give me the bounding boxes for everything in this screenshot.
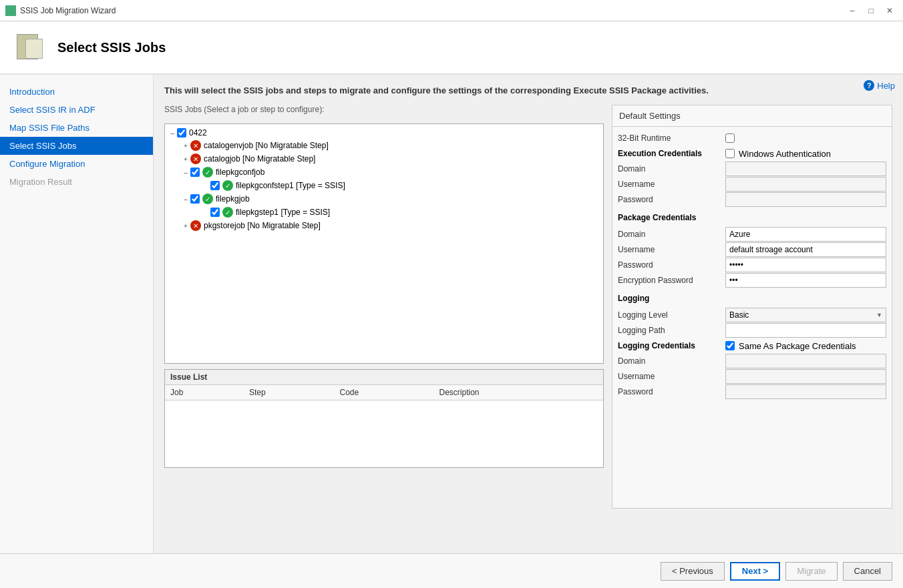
cancel-button[interactable]: Cancel (843, 562, 892, 581)
label-pkg-password: Password (618, 258, 725, 272)
label-log-password: Password (618, 384, 725, 399)
catalogenvjob-label: catalogenvjob [No Migratable Step] (204, 141, 329, 150)
filepkgconfjob-checkbox[interactable] (190, 168, 200, 177)
tree-item-catalogenvjob[interactable]: + ✕ catalogenvjob [No Migratable Step] (168, 139, 600, 152)
input-logging-path[interactable] (725, 323, 886, 338)
pkgstorejob-status: ✕ (190, 220, 201, 231)
header-icon (13, 31, 47, 64)
input-enc-password[interactable] (725, 273, 886, 288)
help-link[interactable]: ? Help (864, 80, 895, 91)
next-button[interactable]: Next > (730, 562, 780, 581)
tree-item-filepkgconfstep1[interactable]: ✓ filepkgconfstep1 [Type = SSIS] (168, 179, 600, 192)
label-log-username: Username (618, 369, 725, 384)
issue-list-header: Issue List (165, 370, 603, 385)
filepkgconfjob-expander[interactable]: – (181, 169, 190, 176)
label-domain: Domain (618, 162, 725, 176)
filepkgjob-checkbox[interactable] (190, 194, 200, 204)
input-log-domain[interactable] (725, 354, 886, 368)
filepkgconfstep1-label: filepkgconfstep1 [Type = SSIS] (236, 181, 345, 190)
checkbox-same-as-pkg[interactable] (725, 341, 735, 350)
help-icon: ? (864, 80, 874, 91)
input-domain[interactable] (725, 162, 886, 176)
input-log-password[interactable] (725, 384, 886, 399)
value-log-creds: Same As Package Credentials (725, 341, 886, 351)
filepkgjob-label: filepkgjob (216, 194, 250, 204)
catalogjob-status: ✕ (190, 154, 201, 164)
value-pkg-password (725, 258, 886, 272)
filepkgstep1-label: filepkgstep1 [Type = SSIS] (236, 208, 330, 217)
maximize-button[interactable]: □ (863, 4, 879, 17)
value-pkg-domain (725, 227, 886, 242)
col-job: Job (165, 385, 244, 400)
filepkgjob-expander[interactable]: – (181, 196, 190, 203)
titlebar: SSIS Job Migration Wizard – □ ✕ (0, 0, 903, 21)
tree-item-pkgstorejob[interactable]: + ✕ pkgstorejob [No Migratable Step] (168, 219, 600, 232)
previous-button[interactable]: < Previous (661, 562, 725, 581)
root-checkbox[interactable] (177, 128, 186, 137)
label-logging-level: Logging Level (618, 308, 725, 322)
filepkgconfstep1-status: ✓ (222, 180, 233, 191)
label-enc-password: Encryption Password (618, 273, 725, 288)
label-pkg-creds: Package Credentials (618, 210, 886, 225)
tree-item-filepkgjob[interactable]: – ✓ filepkgjob (168, 192, 600, 206)
issue-table: Job Step Code Description (165, 385, 603, 400)
filepkgconfjob-status: ✓ (202, 167, 213, 178)
filepkgstep1-status: ✓ (222, 207, 233, 218)
minimize-button[interactable]: – (844, 4, 860, 17)
input-username[interactable] (725, 177, 886, 192)
sidebar-item-result: Migration Result (0, 173, 153, 191)
checkbox-windows-auth[interactable] (725, 149, 735, 158)
filepkgconfjob-label: filepkgconfjob (216, 168, 264, 177)
sidebar-item-select-jobs[interactable]: Select SSIS Jobs (0, 137, 153, 155)
value-pkg-username (725, 242, 886, 257)
input-password[interactable] (725, 192, 886, 207)
value-exec-creds: Windows Authentication (725, 149, 886, 159)
window-controls: – □ ✕ (844, 4, 898, 17)
right-panel: Default Settings 32-Bit Runtime Executio… (612, 105, 892, 509)
migrate-button: Migrate (785, 562, 837, 581)
value-log-password (725, 384, 886, 399)
tree-item-filepkgconfjob[interactable]: – ✓ filepkgconfjob (168, 166, 600, 179)
pkgstorejob-expander[interactable]: + (181, 222, 190, 230)
sidebar-item-map-paths[interactable]: Map SSIS File Paths (0, 119, 153, 137)
input-pkg-username[interactable] (725, 242, 886, 257)
checkbox-runtime32[interactable] (725, 133, 735, 143)
settings-grid: 32-Bit Runtime Execution Credentials Win… (612, 127, 892, 403)
select-logging-level-wrapper: None Basic Verbose Custom (725, 308, 886, 322)
close-button[interactable]: ✕ (882, 4, 898, 17)
tree-item-catalogjob[interactable]: + ✕ catalogjob [No Migratable Step] (168, 152, 600, 166)
left-panel: SSIS Jobs (Select a job or step to confi… (164, 105, 604, 509)
value-enc-password (725, 273, 886, 288)
catalogenvjob-expander[interactable]: + (181, 142, 190, 150)
label-pkg-username: Username (618, 242, 725, 257)
value-username (725, 177, 886, 192)
select-logging-level[interactable]: None Basic Verbose Custom (725, 308, 886, 322)
input-pkg-domain[interactable] (725, 227, 886, 242)
main-area: Introduction Select SSIS IR in ADF Map S… (0, 75, 903, 553)
tree-box[interactable]: – 0422 + ✕ catalogenvjob [No Migratable … (164, 123, 604, 364)
tree-panel-label: SSIS Jobs (Select a job or step to confi… (164, 105, 604, 114)
main-panels: SSIS Jobs (Select a job or step to confi… (164, 105, 892, 509)
page-header: Select SSIS Jobs (0, 21, 903, 75)
label-password: Password (618, 192, 725, 207)
content-area: ? Help This will select the SSIS jobs an… (154, 75, 903, 553)
root-label: 0422 (189, 128, 207, 137)
value-logging-path (725, 323, 886, 338)
tree-item-filepkgstep1[interactable]: ✓ filepkgstep1 [Type = SSIS] (168, 206, 600, 219)
filepkgstep1-checkbox[interactable] (210, 208, 220, 217)
input-log-username[interactable] (725, 369, 886, 384)
tree-root[interactable]: – 0422 (168, 127, 600, 139)
label-log-domain: Domain (618, 354, 725, 368)
catalogjob-expander[interactable]: + (181, 156, 190, 163)
filepkgconfstep1-checkbox[interactable] (210, 181, 220, 190)
col-code: Code (335, 385, 434, 400)
bottom-bar: < Previous Next > Migrate Cancel (0, 553, 903, 588)
root-expander[interactable]: – (168, 129, 177, 137)
input-pkg-password[interactable] (725, 258, 886, 272)
sidebar-item-select-ir[interactable]: Select SSIS IR in ADF (0, 101, 153, 119)
sidebar-item-introduction[interactable]: Introduction (0, 83, 153, 101)
label-pkg-domain: Domain (618, 227, 725, 242)
label-exec-creds: Execution Credentials (618, 146, 725, 161)
sidebar-item-configure[interactable]: Configure Migration (0, 155, 153, 173)
col-step: Step (244, 385, 335, 400)
